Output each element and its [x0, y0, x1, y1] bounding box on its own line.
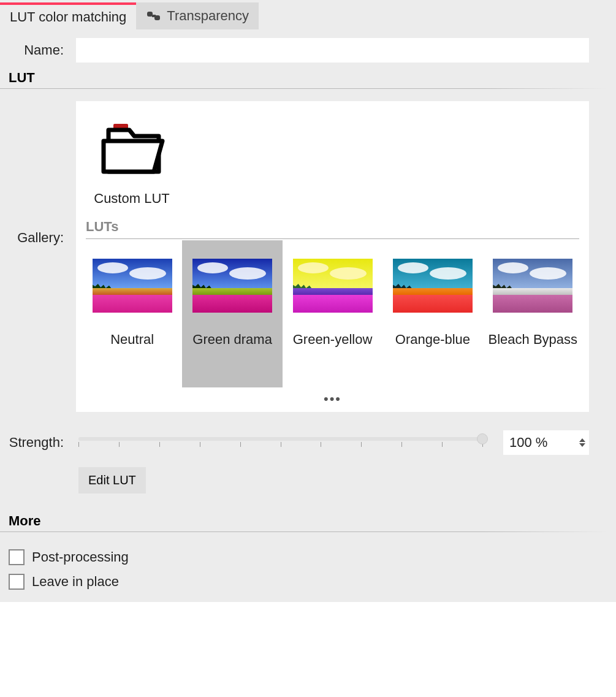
spinner-down-icon[interactable]: [579, 443, 585, 447]
transparency-icon: [146, 9, 163, 23]
tab-label: Transparency: [167, 9, 249, 23]
gallery-label: Gallery:: [9, 101, 64, 246]
leave-in-place-checkbox[interactable]: [9, 574, 25, 590]
name-label: Name:: [9, 42, 64, 58]
spinner-up-icon[interactable]: [579, 438, 585, 442]
strength-label: Strength:: [9, 435, 64, 451]
lut-item-orange-blue[interactable]: Orange-blue: [382, 240, 482, 387]
lut-thumbnail: [493, 259, 572, 313]
lut-item-neutral[interactable]: Neutral: [82, 240, 182, 387]
luts-subheader: LUTs: [86, 219, 579, 239]
lut-grid: Neutral Green drama: [82, 240, 583, 387]
svg-rect-2: [152, 15, 156, 17]
strength-spinner[interactable]: 100 %: [503, 430, 589, 455]
lut-thumbnail: [93, 259, 172, 313]
strength-value: 100 %: [503, 435, 576, 451]
name-input[interactable]: [76, 38, 589, 63]
section-header-lut: LUT: [0, 66, 607, 89]
folder-open-icon: [95, 116, 169, 181]
lut-item-label: Bleach Bypass: [489, 331, 578, 348]
lut-item-green-yellow[interactable]: Green-yellow: [283, 240, 382, 387]
tab-transparency[interactable]: Transparency: [136, 2, 259, 29]
lut-thumbnail: [293, 259, 373, 313]
tab-label: LUT color matching: [10, 10, 126, 24]
tab-lut-color-matching[interactable]: LUT color matching: [0, 2, 136, 29]
post-processing-label[interactable]: Post-processing: [32, 549, 129, 565]
section-header-more: More: [0, 509, 607, 532]
leave-in-place-label[interactable]: Leave in place: [32, 574, 119, 590]
lut-item-label: Green-yellow: [293, 331, 373, 348]
lut-thumbnail: [393, 259, 473, 313]
lut-thumbnail: [192, 259, 272, 313]
lut-item-label: Neutral: [110, 331, 154, 348]
post-processing-checkbox[interactable]: [9, 549, 25, 565]
svg-rect-0: [147, 12, 153, 17]
strength-slider[interactable]: [78, 433, 482, 452]
lut-item-label: Green drama: [192, 331, 272, 348]
lut-item-label: Orange-blue: [395, 331, 470, 348]
custom-lut-button[interactable]: Custom LUT: [86, 116, 178, 207]
edit-lut-button[interactable]: Edit LUT: [78, 467, 146, 493]
custom-lut-label: Custom LUT: [94, 191, 169, 207]
lut-item-bleach-bypass[interactable]: Bleach Bypass: [483, 240, 583, 387]
gallery-box: Custom LUT LUTs Neutral: [76, 101, 589, 412]
lut-item-green-drama[interactable]: Green drama: [182, 240, 282, 387]
tabs: LUT color matching Transparency: [0, 0, 616, 29]
gallery-more-button[interactable]: •••: [82, 387, 583, 408]
